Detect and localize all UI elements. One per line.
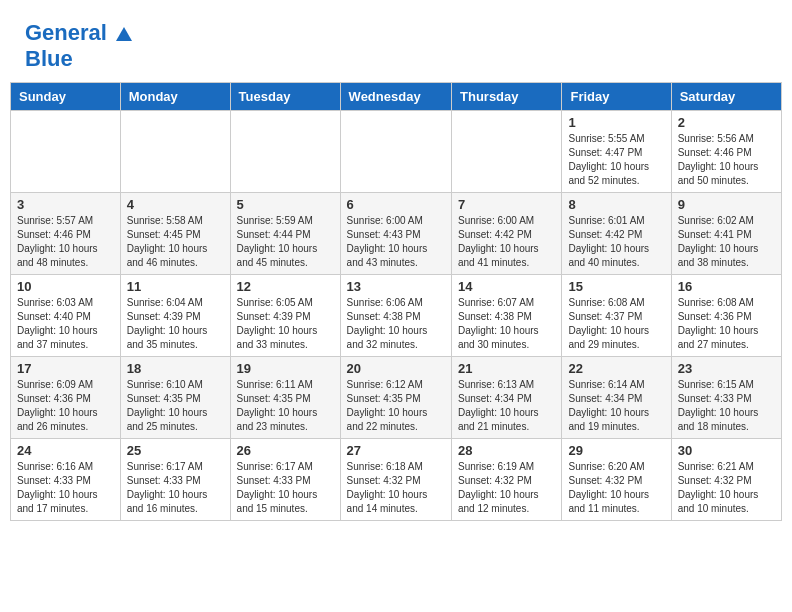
day-number: 12 [237,279,334,294]
day-info: Sunrise: 6:18 AM Sunset: 4:32 PM Dayligh… [347,460,445,516]
calendar-day-cell: 27Sunrise: 6:18 AM Sunset: 4:32 PM Dayli… [340,439,451,521]
weekday-header: Friday [562,83,671,111]
day-number: 7 [458,197,555,212]
weekday-header: Monday [120,83,230,111]
day-info: Sunrise: 6:03 AM Sunset: 4:40 PM Dayligh… [17,296,114,352]
weekday-header: Thursday [452,83,562,111]
day-info: Sunrise: 5:58 AM Sunset: 4:45 PM Dayligh… [127,214,224,270]
day-number: 4 [127,197,224,212]
calendar-day-cell: 29Sunrise: 6:20 AM Sunset: 4:32 PM Dayli… [562,439,671,521]
day-info: Sunrise: 6:05 AM Sunset: 4:39 PM Dayligh… [237,296,334,352]
calendar-week-row: 17Sunrise: 6:09 AM Sunset: 4:36 PM Dayli… [11,357,782,439]
day-info: Sunrise: 6:17 AM Sunset: 4:33 PM Dayligh… [237,460,334,516]
day-info: Sunrise: 6:00 AM Sunset: 4:42 PM Dayligh… [458,214,555,270]
day-info: Sunrise: 6:15 AM Sunset: 4:33 PM Dayligh… [678,378,775,434]
day-info: Sunrise: 6:12 AM Sunset: 4:35 PM Dayligh… [347,378,445,434]
calendar-day-cell: 24Sunrise: 6:16 AM Sunset: 4:33 PM Dayli… [11,439,121,521]
calendar-day-cell [452,111,562,193]
logo-blue-text: Blue [25,46,73,71]
day-number: 28 [458,443,555,458]
day-number: 29 [568,443,664,458]
calendar-week-row: 24Sunrise: 6:16 AM Sunset: 4:33 PM Dayli… [11,439,782,521]
calendar-day-cell [120,111,230,193]
calendar-day-cell: 7Sunrise: 6:00 AM Sunset: 4:42 PM Daylig… [452,193,562,275]
day-number: 14 [458,279,555,294]
calendar-day-cell: 13Sunrise: 6:06 AM Sunset: 4:38 PM Dayli… [340,275,451,357]
day-info: Sunrise: 6:17 AM Sunset: 4:33 PM Dayligh… [127,460,224,516]
day-info: Sunrise: 6:16 AM Sunset: 4:33 PM Dayligh… [17,460,114,516]
calendar-day-cell: 21Sunrise: 6:13 AM Sunset: 4:34 PM Dayli… [452,357,562,439]
weekday-header: Tuesday [230,83,340,111]
day-info: Sunrise: 6:21 AM Sunset: 4:32 PM Dayligh… [678,460,775,516]
day-info: Sunrise: 6:00 AM Sunset: 4:43 PM Dayligh… [347,214,445,270]
day-number: 24 [17,443,114,458]
day-info: Sunrise: 6:13 AM Sunset: 4:34 PM Dayligh… [458,378,555,434]
calendar-day-cell: 20Sunrise: 6:12 AM Sunset: 4:35 PM Dayli… [340,357,451,439]
day-number: 19 [237,361,334,376]
day-number: 10 [17,279,114,294]
day-info: Sunrise: 6:08 AM Sunset: 4:37 PM Dayligh… [568,296,664,352]
day-number: 26 [237,443,334,458]
calendar-day-cell [340,111,451,193]
calendar-day-cell: 5Sunrise: 5:59 AM Sunset: 4:44 PM Daylig… [230,193,340,275]
calendar-day-cell [11,111,121,193]
day-info: Sunrise: 6:04 AM Sunset: 4:39 PM Dayligh… [127,296,224,352]
calendar-day-cell [230,111,340,193]
calendar-day-cell: 1Sunrise: 5:55 AM Sunset: 4:47 PM Daylig… [562,111,671,193]
logo-text: General [25,20,133,46]
day-number: 23 [678,361,775,376]
calendar-day-cell: 15Sunrise: 6:08 AM Sunset: 4:37 PM Dayli… [562,275,671,357]
day-info: Sunrise: 6:02 AM Sunset: 4:41 PM Dayligh… [678,214,775,270]
day-number: 27 [347,443,445,458]
day-info: Sunrise: 5:57 AM Sunset: 4:46 PM Dayligh… [17,214,114,270]
calendar-day-cell: 9Sunrise: 6:02 AM Sunset: 4:41 PM Daylig… [671,193,781,275]
day-number: 2 [678,115,775,130]
day-number: 18 [127,361,224,376]
calendar-day-cell: 25Sunrise: 6:17 AM Sunset: 4:33 PM Dayli… [120,439,230,521]
logo: General Blue [25,20,133,72]
day-number: 3 [17,197,114,212]
calendar-day-cell: 18Sunrise: 6:10 AM Sunset: 4:35 PM Dayli… [120,357,230,439]
calendar-day-cell: 11Sunrise: 6:04 AM Sunset: 4:39 PM Dayli… [120,275,230,357]
day-number: 6 [347,197,445,212]
calendar-day-cell: 4Sunrise: 5:58 AM Sunset: 4:45 PM Daylig… [120,193,230,275]
day-info: Sunrise: 6:09 AM Sunset: 4:36 PM Dayligh… [17,378,114,434]
day-number: 16 [678,279,775,294]
day-number: 11 [127,279,224,294]
day-info: Sunrise: 5:55 AM Sunset: 4:47 PM Dayligh… [568,132,664,188]
calendar-day-cell: 28Sunrise: 6:19 AM Sunset: 4:32 PM Dayli… [452,439,562,521]
calendar-day-cell: 8Sunrise: 6:01 AM Sunset: 4:42 PM Daylig… [562,193,671,275]
day-number: 25 [127,443,224,458]
weekday-header: Sunday [11,83,121,111]
day-info: Sunrise: 6:08 AM Sunset: 4:36 PM Dayligh… [678,296,775,352]
calendar-day-cell: 19Sunrise: 6:11 AM Sunset: 4:35 PM Dayli… [230,357,340,439]
day-info: Sunrise: 6:06 AM Sunset: 4:38 PM Dayligh… [347,296,445,352]
day-number: 15 [568,279,664,294]
day-info: Sunrise: 6:20 AM Sunset: 4:32 PM Dayligh… [568,460,664,516]
svg-marker-0 [116,27,132,41]
calendar-day-cell: 16Sunrise: 6:08 AM Sunset: 4:36 PM Dayli… [671,275,781,357]
day-number: 8 [568,197,664,212]
calendar-day-cell: 2Sunrise: 5:56 AM Sunset: 4:46 PM Daylig… [671,111,781,193]
day-info: Sunrise: 5:59 AM Sunset: 4:44 PM Dayligh… [237,214,334,270]
calendar-day-cell: 10Sunrise: 6:03 AM Sunset: 4:40 PM Dayli… [11,275,121,357]
weekday-header: Wednesday [340,83,451,111]
day-number: 17 [17,361,114,376]
page-header: General Blue [10,10,782,77]
calendar-day-cell: 26Sunrise: 6:17 AM Sunset: 4:33 PM Dayli… [230,439,340,521]
day-number: 30 [678,443,775,458]
day-info: Sunrise: 6:19 AM Sunset: 4:32 PM Dayligh… [458,460,555,516]
calendar-week-row: 3Sunrise: 5:57 AM Sunset: 4:46 PM Daylig… [11,193,782,275]
calendar-day-cell: 12Sunrise: 6:05 AM Sunset: 4:39 PM Dayli… [230,275,340,357]
day-info: Sunrise: 6:01 AM Sunset: 4:42 PM Dayligh… [568,214,664,270]
day-number: 5 [237,197,334,212]
day-info: Sunrise: 6:11 AM Sunset: 4:35 PM Dayligh… [237,378,334,434]
calendar-day-cell: 3Sunrise: 5:57 AM Sunset: 4:46 PM Daylig… [11,193,121,275]
calendar-header-row: SundayMondayTuesdayWednesdayThursdayFrid… [11,83,782,111]
day-number: 13 [347,279,445,294]
calendar-day-cell: 30Sunrise: 6:21 AM Sunset: 4:32 PM Dayli… [671,439,781,521]
calendar-day-cell: 14Sunrise: 6:07 AM Sunset: 4:38 PM Dayli… [452,275,562,357]
calendar-day-cell: 17Sunrise: 6:09 AM Sunset: 4:36 PM Dayli… [11,357,121,439]
calendar-table: SundayMondayTuesdayWednesdayThursdayFrid… [10,82,782,521]
calendar-day-cell: 23Sunrise: 6:15 AM Sunset: 4:33 PM Dayli… [671,357,781,439]
